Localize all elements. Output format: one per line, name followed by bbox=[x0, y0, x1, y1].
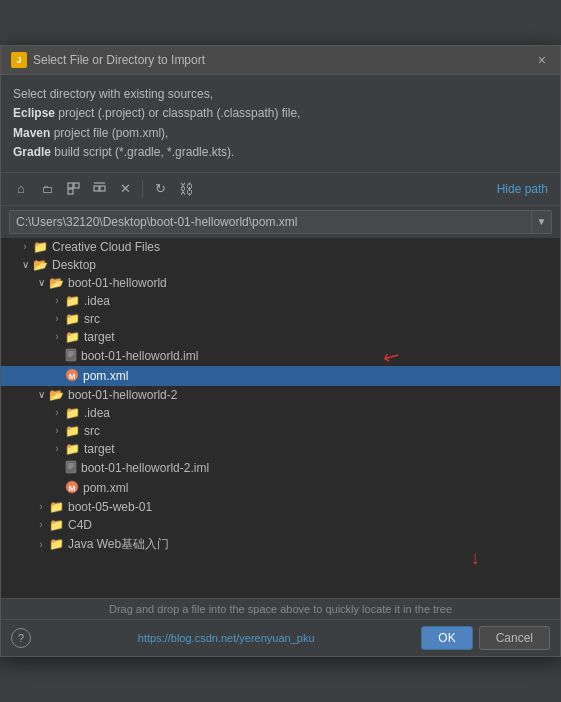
expand-arrow: › bbox=[49, 313, 65, 324]
iml-icon bbox=[65, 460, 77, 476]
tree-item-creative-cloud[interactable]: › 📁 Creative Cloud Files bbox=[1, 238, 560, 256]
expand-arrow: › bbox=[33, 539, 49, 550]
item-label: boot-05-web-01 bbox=[68, 500, 152, 514]
item-label: src bbox=[84, 312, 100, 326]
item-label: boot-01-helloworld.iml bbox=[81, 349, 198, 363]
new-folder-button[interactable]: 🗀 bbox=[35, 177, 59, 201]
toolbar-separator bbox=[142, 180, 143, 198]
help-button[interactable]: ? bbox=[11, 628, 31, 648]
status-text: Drag and drop a file into the space abov… bbox=[109, 603, 452, 615]
desc-line1: Select directory with existing sources, bbox=[13, 85, 548, 104]
path-input[interactable] bbox=[10, 212, 531, 232]
folder-icon: 📁 bbox=[65, 330, 80, 344]
tree-item-desktop[interactable]: ∨ 📂 Desktop bbox=[1, 256, 560, 274]
expand-arrow: › bbox=[49, 443, 65, 454]
folder-icon: 📁 bbox=[49, 537, 64, 551]
pom-icon: M bbox=[65, 480, 79, 496]
tree-item-target2[interactable]: › 📁 target bbox=[1, 440, 560, 458]
desc-line3: Maven project file (pom.xml), bbox=[13, 124, 548, 143]
red-arrow-2: ↓ bbox=[470, 546, 480, 569]
collapse-button[interactable] bbox=[87, 177, 111, 201]
folder-icon: 📁 bbox=[65, 294, 80, 308]
tree-item-pom1[interactable]: M pom.xml bbox=[1, 366, 560, 386]
expand-button[interactable] bbox=[61, 177, 85, 201]
expand-arrow: › bbox=[49, 407, 65, 418]
item-label: C4D bbox=[68, 518, 92, 532]
link-button[interactable]: ⛓ bbox=[174, 177, 198, 201]
tree-item-boot05[interactable]: › 📁 boot-05-web-01 bbox=[1, 498, 560, 516]
item-label: boot-01-helloworld-2.iml bbox=[81, 461, 209, 475]
tree-item-boot01[interactable]: ∨ 📂 boot-01-helloworld bbox=[1, 274, 560, 292]
folder-icon: 📂 bbox=[33, 258, 48, 272]
svg-rect-6 bbox=[66, 349, 76, 361]
tree-item-target1[interactable]: › 📁 target bbox=[1, 328, 560, 346]
item-label: Desktop bbox=[52, 258, 96, 272]
path-bar: ▼ bbox=[9, 210, 552, 234]
folder-icon: 📁 bbox=[65, 406, 80, 420]
pom-icon: M bbox=[65, 368, 79, 384]
expand-arrow: › bbox=[49, 425, 65, 436]
svg-rect-1 bbox=[74, 183, 79, 188]
folder-icon: 📁 bbox=[65, 424, 80, 438]
expand-arrow: › bbox=[17, 241, 33, 252]
expand-arrow: › bbox=[49, 331, 65, 342]
folder-icon: 📂 bbox=[49, 388, 64, 402]
item-label: Creative Cloud Files bbox=[52, 240, 160, 254]
tree-item-c4d[interactable]: › 📁 C4D bbox=[1, 516, 560, 534]
svg-rect-2 bbox=[68, 189, 73, 194]
expand-arrow: ∨ bbox=[33, 277, 49, 288]
item-label: pom.xml bbox=[83, 369, 128, 383]
item-label: pom.xml bbox=[83, 481, 128, 495]
expand-arrow: › bbox=[33, 501, 49, 512]
ok-button[interactable]: OK bbox=[421, 626, 472, 650]
folder-icon: 📁 bbox=[49, 500, 64, 514]
folder-icon: 📁 bbox=[65, 442, 80, 456]
description-area: Select directory with existing sources, … bbox=[1, 75, 560, 173]
title-bar-left: J Select File or Directory to Import bbox=[11, 52, 205, 68]
tree-item-src2[interactable]: › 📁 src bbox=[1, 422, 560, 440]
iml-icon bbox=[65, 348, 77, 364]
item-label: boot-01-helloworld-2 bbox=[68, 388, 177, 402]
status-bar: Drag and drop a file into the space abov… bbox=[1, 598, 560, 619]
file-tree[interactable]: › 📁 Creative Cloud Files ∨ 📂 Desktop ∨ 📂… bbox=[1, 238, 560, 598]
cancel-button[interactable]: Cancel bbox=[479, 626, 550, 650]
svg-rect-12 bbox=[66, 461, 76, 473]
tree-item-idea2[interactable]: › 📁 .idea bbox=[1, 404, 560, 422]
tree-item-pom2[interactable]: M pom.xml bbox=[1, 478, 560, 498]
btn-group: OK Cancel bbox=[421, 626, 550, 650]
item-label: .idea bbox=[84, 294, 110, 308]
bottom-bar: ? https://blog.csdn.net/yerenyuan_pku OK… bbox=[1, 619, 560, 656]
svg-text:M: M bbox=[69, 484, 76, 493]
tree-item-iml1[interactable]: boot-01-helloworld.iml ↙ bbox=[1, 346, 560, 366]
path-dropdown[interactable]: ▼ bbox=[531, 211, 551, 233]
tree-item-idea1[interactable]: › 📁 .idea bbox=[1, 292, 560, 310]
dialog-title: Select File or Directory to Import bbox=[33, 53, 205, 67]
tree-item-iml2[interactable]: boot-01-helloworld-2.iml bbox=[1, 458, 560, 478]
expand-arrow: › bbox=[33, 519, 49, 530]
folder-icon: 📁 bbox=[33, 240, 48, 254]
svg-rect-4 bbox=[100, 186, 105, 191]
delete-button[interactable]: ✕ bbox=[113, 177, 137, 201]
item-label: target bbox=[84, 442, 115, 456]
home-button[interactable]: ⌂ bbox=[9, 177, 33, 201]
toolbar: ⌂ 🗀 ✕ ↻ ⛓ Hide path bbox=[1, 173, 560, 206]
expand-arrow: ∨ bbox=[33, 389, 49, 400]
item-label: src bbox=[84, 424, 100, 438]
desc-line4: Gradle build script (*.gradle, *.gradle.… bbox=[13, 143, 548, 162]
tree-item-boot01-2[interactable]: ∨ 📂 boot-01-helloworld-2 bbox=[1, 386, 560, 404]
bottom-link: https://blog.csdn.net/yerenyuan_pku bbox=[138, 632, 315, 644]
folder-icon: 📁 bbox=[49, 518, 64, 532]
close-button[interactable]: × bbox=[534, 53, 550, 67]
item-label: Java Web基础入门 bbox=[68, 536, 169, 553]
svg-text:M: M bbox=[69, 372, 76, 381]
expand-arrow: › bbox=[49, 295, 65, 306]
folder-icon: 📂 bbox=[49, 276, 64, 290]
tree-item-src1[interactable]: › 📁 src bbox=[1, 310, 560, 328]
tree-item-javaweb[interactable]: › 📁 Java Web基础入门 ↓ bbox=[1, 534, 560, 555]
title-bar: J Select File or Directory to Import × bbox=[1, 46, 560, 75]
hide-path-button[interactable]: Hide path bbox=[493, 180, 552, 198]
refresh-button[interactable]: ↻ bbox=[148, 177, 172, 201]
svg-rect-3 bbox=[94, 186, 99, 191]
desc-line2: Eclipse project (.project) or classpath … bbox=[13, 104, 548, 123]
svg-rect-0 bbox=[68, 183, 73, 188]
